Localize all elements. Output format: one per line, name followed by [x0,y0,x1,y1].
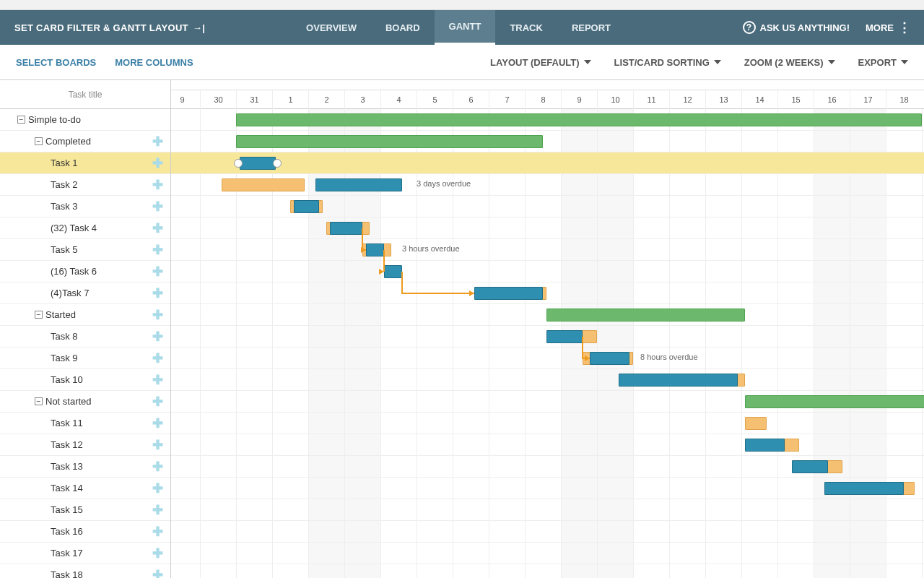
filter-layout-button[interactable]: SET CARD FILTER & GANTT LAYOUT →| [14,22,205,33]
select-boards-button[interactable]: SELECT BOARDS [16,57,96,68]
gantt-row[interactable] [171,564,924,578]
zoom-dropdown[interactable]: ZOOM (2 WEEKS) [744,57,835,68]
resize-handle-left[interactable] [234,159,243,168]
chart-body[interactable]: 3 days overdue3 hours overdue8 hours ove… [171,109,924,578]
add-icon[interactable]: ✚ [152,459,163,475]
task-row[interactable]: Task 17✚ [0,543,170,564]
gantt-bar[interactable] [824,482,904,495]
gantt-row[interactable] [171,304,924,326]
gantt-bar[interactable] [366,243,384,256]
gantt-row[interactable] [171,282,924,304]
task-row[interactable]: Task 14✚ [0,478,170,499]
add-icon[interactable]: ✚ [152,199,163,215]
gantt-bar[interactable] [792,460,828,473]
gantt-bar[interactable] [745,395,924,408]
gantt-bar[interactable] [240,157,276,170]
gantt-row[interactable] [171,391,924,413]
gantt-row[interactable] [171,521,924,543]
add-icon[interactable]: ✚ [152,350,163,366]
add-icon[interactable]: ✚ [152,437,163,453]
task-row[interactable]: Task 10✚ [0,369,170,391]
add-icon[interactable]: ✚ [152,567,163,579]
export-dropdown[interactable]: EXPORT [858,57,908,68]
gantt-bar[interactable] [330,222,362,235]
gantt-bar[interactable] [222,178,305,191]
resize-handle-right[interactable] [273,159,282,168]
more-menu-button[interactable]: MORE ⋮ [866,22,910,33]
gantt-bar[interactable] [474,287,543,300]
gantt-row[interactable] [171,152,924,174]
task-row[interactable]: Task 13✚ [0,456,170,478]
task-row[interactable]: Task 18✚ [0,564,170,578]
gantt-row[interactable] [171,456,924,478]
gantt-row[interactable] [171,369,924,391]
gantt-row[interactable]: 8 hours overdue [171,348,924,369]
gantt-row[interactable] [171,434,924,456]
gantt-bar[interactable] [590,352,629,365]
gantt-row[interactable] [171,499,924,521]
gantt-row[interactable] [171,217,924,239]
task-row[interactable]: Task 5✚ [0,239,170,261]
gantt-bar[interactable] [384,265,402,278]
gantt-row[interactable] [171,196,924,217]
add-icon[interactable]: ✚ [152,220,163,236]
tab-track[interactable]: TRACK [495,10,557,45]
more-columns-button[interactable]: MORE COLUMNS [115,57,193,68]
gantt-row[interactable] [171,326,924,348]
add-icon[interactable]: ✚ [152,372,163,388]
tab-report[interactable]: REPORT [557,10,625,45]
task-row[interactable]: Task 1✚ [0,152,170,174]
collapse-toggle[interactable]: − [35,397,43,405]
task-row[interactable]: Task 3✚ [0,196,170,217]
add-icon[interactable]: ✚ [152,524,163,540]
add-icon[interactable]: ✚ [152,134,163,150]
task-row[interactable]: −Started✚ [0,304,170,326]
add-icon[interactable]: ✚ [152,307,163,323]
task-row[interactable]: −Completed✚ [0,131,170,152]
add-icon[interactable]: ✚ [152,264,163,280]
layout-dropdown[interactable]: LAYOUT (DEFAULT) [490,57,591,68]
gantt-bar[interactable] [619,374,738,387]
task-row[interactable]: Task 12✚ [0,434,170,456]
gantt-bar[interactable] [236,113,922,126]
add-icon[interactable]: ✚ [152,394,163,410]
task-row[interactable]: Task 16✚ [0,521,170,543]
task-row[interactable]: −Not started✚ [0,391,170,413]
task-row[interactable]: Task 2✚ [0,174,170,196]
task-row[interactable]: (16) Task 6✚ [0,261,170,282]
task-row[interactable]: Task 9✚ [0,348,170,369]
add-icon[interactable]: ✚ [152,155,163,171]
gantt-row[interactable] [171,478,924,499]
task-row[interactable]: Task 15✚ [0,499,170,521]
add-icon[interactable]: ✚ [152,285,163,301]
gantt-row[interactable] [171,261,924,282]
gantt-row[interactable]: 3 hours overdue [171,239,924,261]
collapse-toggle[interactable]: − [17,116,25,124]
tab-board[interactable]: BOARD [371,10,435,45]
gantt-bar[interactable] [546,330,583,343]
collapse-toggle[interactable]: − [35,311,43,319]
add-icon[interactable]: ✚ [152,502,163,518]
task-row[interactable]: (32) Task 4✚ [0,217,170,239]
tab-gantt[interactable]: GANTT [435,10,496,45]
gantt-row[interactable]: 3 days overdue [171,174,924,196]
task-row[interactable]: Task 11✚ [0,413,170,434]
gantt-bar[interactable] [236,135,543,148]
gantt-bar[interactable] [745,417,767,430]
add-icon[interactable]: ✚ [152,242,163,258]
gantt-bar[interactable] [546,309,745,322]
gantt-bar[interactable] [294,200,319,213]
add-icon[interactable]: ✚ [152,329,163,345]
add-icon[interactable]: ✚ [152,415,163,431]
gantt-row[interactable] [171,413,924,434]
collapse-toggle[interactable]: − [35,137,43,145]
ask-us-button[interactable]: ? ASK US ANYTHING! [743,21,850,34]
sorting-dropdown[interactable]: LIST/CARD SORTING [614,57,721,68]
gantt-row[interactable] [171,543,924,564]
task-row[interactable]: (4)Task 7✚ [0,282,170,304]
add-icon[interactable]: ✚ [152,177,163,193]
add-icon[interactable]: ✚ [152,545,163,561]
gantt-chart[interactable]: November 9303112345678910111213141516171… [171,80,924,578]
gantt-row[interactable] [171,109,924,131]
add-icon[interactable]: ✚ [152,480,163,496]
